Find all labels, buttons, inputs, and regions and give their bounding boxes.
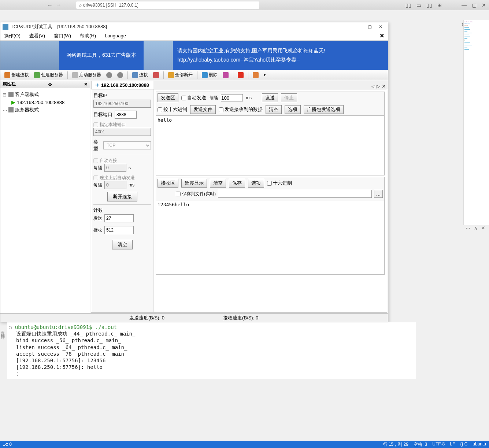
- auto-send-checkbox[interactable]: [181, 96, 186, 100]
- target-ip-input[interactable]: [93, 100, 151, 108]
- forward-arrow-icon[interactable]: →: [56, 2, 62, 8]
- create-connection-button[interactable]: 创建连接: [3, 71, 31, 79]
- hex-send-checkbox[interactable]: [158, 107, 162, 112]
- client-mode-node[interactable]: ⊟ 客户端模式: [3, 90, 88, 99]
- connection-item[interactable]: ▶ 192.168.250.100:8888: [11, 99, 88, 106]
- layout-icon[interactable]: ⊞: [437, 2, 442, 8]
- close-button[interactable]: ✕: [375, 23, 386, 30]
- indentation[interactable]: 空格: 3: [414, 441, 427, 448]
- delete-all-button[interactable]: [221, 71, 230, 79]
- recv-textarea[interactable]: 123456hello: [156, 200, 384, 273]
- panel-bottom-icon[interactable]: ▭: [416, 2, 421, 8]
- save-file-path-input[interactable]: [218, 190, 372, 198]
- recv-count-input[interactable]: [104, 226, 134, 234]
- maximize-icon[interactable]: ▢: [472, 2, 477, 8]
- language-mode[interactable]: {} C: [460, 441, 467, 448]
- chevron-up-icon[interactable]: ∧: [474, 225, 478, 231]
- back-arrow-icon[interactable]: ←: [47, 2, 53, 8]
- recv-header-row2: 保存到文件(实时) …: [156, 189, 384, 200]
- menu-operation[interactable]: 操作(O): [4, 33, 21, 39]
- maximize-button[interactable]: ▢: [364, 23, 375, 30]
- close-icon[interactable]: ✕: [482, 2, 486, 8]
- encoding[interactable]: UTF-8: [432, 441, 445, 448]
- cursor-position[interactable]: 行 15，列 29: [383, 441, 408, 448]
- menu-view[interactable]: 查看(V): [29, 33, 45, 39]
- recv-options-button[interactable]: 选项: [248, 179, 264, 188]
- stop-button[interactable]: 停止: [281, 93, 297, 102]
- local-port-input[interactable]: [93, 128, 151, 136]
- hex-recv-checkbox[interactable]: [267, 181, 272, 186]
- disconnect-button[interactable]: 断开连接: [107, 192, 137, 201]
- panel-close-icon[interactable]: ✕: [84, 82, 88, 87]
- terminal-panel[interactable]: ○ ubuntu@ubuntu:drive93091$ ./a.out 设置端口…: [7, 322, 416, 379]
- terminal-prompt: ubuntu@ubuntu:drive93091$ ./a.out: [15, 324, 117, 330]
- auto-send-label[interactable]: 自动发送: [181, 95, 206, 101]
- interval1-input[interactable]: [104, 164, 126, 172]
- tab-prev-icon[interactable]: ◁: [371, 84, 375, 89]
- connection-tab[interactable]: ✈ 192.168.250.100:8888: [92, 81, 153, 89]
- connect-button[interactable]: 连接: [130, 71, 150, 79]
- reconnect-button[interactable]: [151, 71, 161, 79]
- send-textarea[interactable]: hello: [156, 115, 384, 174]
- menu-window[interactable]: 窗口(W): [54, 33, 71, 39]
- send-file-button[interactable]: 发送文件: [190, 105, 216, 114]
- clear-count-button[interactable]: 清空: [112, 240, 133, 249]
- pause-display-button[interactable]: 暂停显示: [181, 179, 207, 188]
- panel-left-icon[interactable]: ▯▯: [405, 2, 411, 8]
- minimize-button[interactable]: —: [353, 23, 364, 30]
- menu-language[interactable]: Language: [105, 33, 126, 38]
- send-interval-input[interactable]: [221, 94, 243, 101]
- tab-close-icon[interactable]: ✕: [382, 84, 386, 89]
- auto-connect-checkbox[interactable]: [93, 158, 98, 163]
- target-port-label: 目标端口: [93, 111, 112, 118]
- delete-server-button[interactable]: [115, 71, 125, 79]
- send-recv-data-checkbox[interactable]: [219, 107, 223, 112]
- code-minimap[interactable]: include stdioint mainprintf ▬▬▬▬▬▬▬▬▬▬▬▬…: [463, 20, 489, 225]
- tab-next-icon[interactable]: ▷: [377, 84, 380, 89]
- save-recv-button[interactable]: 保存: [229, 179, 245, 188]
- delete-button[interactable]: 删除: [200, 71, 219, 79]
- remote-indicator[interactable]: ⎇ 0: [3, 442, 12, 447]
- menu-help[interactable]: 帮助(H): [80, 33, 96, 39]
- recv-area-label-button[interactable]: 接收区: [158, 179, 178, 188]
- toolbar-dropdown[interactable]: ▾: [262, 72, 267, 78]
- minimize-icon[interactable]: —: [462, 2, 467, 8]
- broadcast-button[interactable]: 广播包发送选项: [304, 105, 344, 114]
- disconnect-all-button[interactable]: 全部断开: [166, 71, 195, 79]
- target-port-input[interactable]: [115, 111, 137, 119]
- stop-server-button[interactable]: [104, 71, 114, 79]
- host[interactable]: ubuntu: [473, 441, 486, 448]
- server-mode-node[interactable]: ⋯ 服务器模式: [3, 106, 88, 114]
- clear-recv-button[interactable]: 清空: [210, 179, 226, 188]
- hex-recv-label[interactable]: 十六进制: [267, 180, 292, 186]
- send-button[interactable]: 发送: [262, 93, 278, 102]
- panel-right-icon[interactable]: ▯▯: [426, 2, 432, 8]
- pin-icon[interactable]: ⬙: [48, 82, 52, 87]
- type-select[interactable]: TCP: [103, 141, 151, 149]
- save-file-realtime-label[interactable]: 保存到文件(实时): [176, 191, 216, 197]
- start-server-button[interactable]: 启动服务器: [70, 71, 103, 79]
- create-server-button[interactable]: 创建服务器: [32, 71, 65, 79]
- send-area-label-button[interactable]: 发送区: [158, 93, 178, 102]
- send-recv-data-label[interactable]: 发送接收到的数据: [219, 106, 263, 113]
- hex-send-label[interactable]: 按十六进制: [158, 106, 187, 113]
- more-icon[interactable]: ⋯: [466, 225, 470, 231]
- send-count-input[interactable]: [104, 214, 134, 222]
- mdi-close-button[interactable]: ✕: [379, 32, 384, 39]
- browse-file-button[interactable]: …: [374, 190, 383, 198]
- window-controls: — ▢ ✕: [353, 23, 386, 30]
- close-panel-icon[interactable]: ✕: [481, 225, 485, 231]
- auto-send-after-checkbox[interactable]: [93, 175, 98, 180]
- help-icon-button[interactable]: [251, 71, 260, 79]
- interval2-input[interactable]: [104, 181, 126, 189]
- clear-send-button[interactable]: 清空: [266, 105, 282, 114]
- play-icon: ▶: [11, 99, 15, 105]
- save-file-checkbox[interactable]: [176, 191, 181, 197]
- send-options-button[interactable]: 选项: [285, 105, 301, 114]
- local-port-checkbox[interactable]: [93, 122, 98, 127]
- command-center[interactable]: ⌕ drive93091 [SSH: 127.0.0.1]: [76, 1, 259, 9]
- stop-icon-button[interactable]: [236, 71, 245, 79]
- target-ip-label: 目标IP: [93, 92, 151, 99]
- expand-icon[interactable]: ⊟: [3, 92, 7, 97]
- eol[interactable]: LF: [450, 441, 455, 448]
